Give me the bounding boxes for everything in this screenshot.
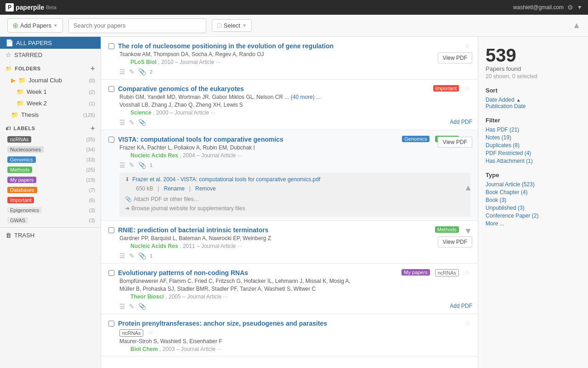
paper-header: VISTA: computational tools for comparati… [108,136,470,143]
notes-icon[interactable]: ☰ [119,252,125,259]
paper-more-icon[interactable]: ··· [211,109,215,116]
add-pdf-button[interactable]: Add PDF [450,303,472,309]
sidebar-label-ncrnas[interactable]: ncRNAs (35) [0,134,101,144]
browse-journal-row[interactable]: ➜ Browse journal website for supplementa… [125,204,465,213]
paper-authors-2: Müller B, Prohaska SJ, Stadler BMR, Stad… [119,286,470,292]
sidebar-item-trash[interactable]: 🗑 TRASH [0,230,101,241]
paper-checkbox[interactable] [108,86,114,92]
sort-date-added[interactable]: Date Added ▲ [486,97,581,103]
paper-checkbox[interactable] [108,227,114,233]
notes-icon[interactable]: ☰ [119,68,125,75]
type-book[interactable]: Book (3) [486,197,581,203]
filter-duplicates[interactable]: Duplicates (8) [486,142,581,149]
sidebar-label-nucleosomes[interactable]: Nucleosomes (34) [0,144,101,155]
filter-has-attachment[interactable]: Has Attachment (1) [486,158,581,164]
view-pdf-button[interactable]: View PDF [438,137,472,148]
sidebar-label-mypapers[interactable]: My papers (19) [0,175,101,185]
notes-icon[interactable]: ☰ [119,303,125,310]
paper-checkbox[interactable] [108,321,114,327]
pdf-filename[interactable]: Frazer et al. 2004 - VISTA: computationa… [132,176,320,183]
add-label-button[interactable]: + [90,124,95,132]
sidebar-item-week1[interactable]: 📁 Week 1 (2) [0,86,101,98]
edit-icon[interactable]: ✎ [129,252,135,259]
sidebar-label-gwas[interactable]: GWAS (3) [0,215,101,225]
paper-checkbox[interactable] [108,43,114,49]
paper-checkbox[interactable] [108,270,114,276]
edit-icon[interactable]: ✎ [129,68,135,75]
type-more[interactable]: More ... [486,220,581,227]
type-conference[interactable]: Conference Paper (2) [486,213,581,219]
type-journal[interactable]: Journal Article (523) [486,181,581,188]
paper-checkbox[interactable] [108,137,114,143]
notes-icon[interactable]: ☰ [119,119,125,126]
add-pdf-button[interactable]: Add PDF [450,119,472,125]
paper-title[interactable]: Comparative genomics of the eukaryotes [118,85,428,92]
add-folder-button[interactable]: + [90,64,95,73]
select-button[interactable]: ☐ Select ▼ [212,19,252,32]
paper-title[interactable]: Evolutionary patterns of non-coding RNAs [118,269,396,276]
gear-icon[interactable]: ⚙ [567,4,573,11]
paper-star-2[interactable]: ☆ [148,328,154,336]
all-papers-label: ALL PAPERS [16,40,52,46]
filter-has-pdf[interactable]: Has PDF (21) [486,126,581,133]
paper-title[interactable]: VISTA: computational tools for comparati… [118,136,396,143]
edit-icon[interactable]: ✎ [129,119,135,126]
sidebar-item-week2[interactable]: 📁 Week 2 (1) [0,98,101,109]
paper-star[interactable]: ☆ [464,42,470,50]
topbar-arrow-icon[interactable]: ▼ [577,4,582,11]
sidebar-item-journal-club[interactable]: ▶ 📁 Journal Club (0) [0,75,101,86]
type-book-chapter[interactable]: Book Chapter (4) [486,189,581,196]
paper-star[interactable]: ☆ [464,320,470,327]
paper-title[interactable]: The role of nucleosome positioning in th… [118,42,459,50]
edit-icon[interactable]: ✎ [129,161,135,169]
mypapers-badge: My papers [7,177,36,183]
attachment-icon[interactable]: 📎 [138,68,146,75]
paper-more-icon[interactable]: ··· [217,346,222,352]
sidebar-label-databases[interactable]: Databases (7) [0,185,101,195]
label-icon: 🏷 [6,126,11,131]
attachment-icon[interactable]: 📎 [138,161,146,169]
show-more-authors[interactable]: (40 more) ... [291,94,321,100]
sidebar-label-methods[interactable]: Methods (25) [0,165,101,175]
paper-more-icon[interactable]: ··· [237,243,242,249]
paper-title[interactable]: RNIE: prediction of bacterial intrinsic … [118,226,430,234]
sidebar-item-all-papers[interactable]: 📄 ALL PAPERS [0,37,101,49]
view-pdf-button[interactable]: View PDF [438,52,472,63]
add-papers-button[interactable]: ⊕ Add Papers ▼ [7,18,63,33]
attachment-icon[interactable]: 📎 [138,119,146,126]
genomics-count: (33) [86,157,95,162]
remove-action[interactable]: Remove [195,185,216,192]
paper-title[interactable]: Protein prenyltransferases: anchor size,… [118,320,459,327]
browse-arrow-icon: ➜ [125,205,130,212]
attachment-icon[interactable]: 📎 [138,303,146,310]
sidebar-label-genomics[interactable]: Genomics (33) [0,155,101,165]
sidebar-item-starred[interactable]: ☆ STARRED [0,49,101,61]
attach-pdf-row[interactable]: 📎 Attach PDF or other files… [125,195,465,204]
sidebar-item-thesis[interactable]: 📁 Thesis (125) [0,109,101,121]
type-unpublished[interactable]: Unpublished (3) [486,205,581,211]
expand-icon[interactable]: ▼ [464,226,472,236]
sort-date-added-link[interactable]: Date Added [486,97,514,103]
filter-pdf-restricted[interactable]: PDF Restricted (4) [486,150,581,156]
rename-action[interactable]: Rename [164,185,184,192]
filter-notes[interactable]: Notes (19) [486,134,581,141]
attachment-icon[interactable]: 📎 [138,252,146,259]
edit-icon[interactable]: ✎ [129,303,135,310]
upload-icon[interactable]: ▲ [572,21,581,30]
paper-more-icon[interactable]: ··· [237,152,242,159]
search-input[interactable] [68,18,206,33]
notes-icon[interactable]: ☰ [119,161,125,169]
paper-more-icon[interactable]: ··· [216,59,220,65]
paper-star[interactable]: ☆ [464,269,470,276]
paper-actions: ☰ ✎ 📎 1 [119,252,470,259]
databases-badge: Databases [7,187,37,193]
sort-pub-date-link[interactable]: Publication Date [486,103,581,109]
paper-star[interactable]: ☆ [464,85,470,92]
sidebar-label-important[interactable]: Important (6) [0,195,101,205]
sidebar-label-epigenomics[interactable]: Epigenomics (3) [0,205,101,215]
gwas-badge: GWAS [7,217,28,224]
paper-more-icon[interactable]: ··· [223,293,228,300]
collapse-icon[interactable]: ▲ [464,183,472,193]
view-pdf-button[interactable]: View PDF [438,236,472,247]
paper-authors: Rubin GM, Yandell MD, Wortman JR, Gabor … [119,94,470,100]
